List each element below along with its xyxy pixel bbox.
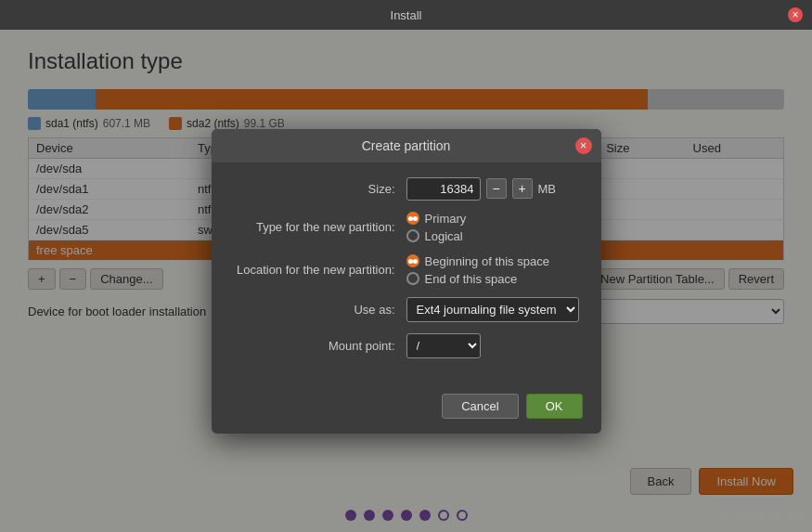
use-as-select[interactable]: Ext4 journaling file system	[406, 297, 579, 322]
radio-logical-circle	[406, 229, 419, 242]
size-label: Size:	[230, 182, 406, 196]
create-partition-dialog: Create partition × Size: − + MB Type fo	[212, 129, 601, 434]
type-label: Type for the new partition:	[230, 220, 406, 234]
mount-point-row: Mount point: /	[230, 333, 583, 358]
dialog-title: Create partition	[362, 138, 451, 153]
dialog-close-button[interactable]: ×	[575, 137, 592, 154]
type-radio-group: Primary Logical	[406, 212, 467, 243]
mount-point-label: Mount point:	[230, 339, 406, 353]
radio-logical[interactable]: Logical	[406, 229, 467, 243]
size-input[interactable]	[406, 177, 481, 201]
ok-button[interactable]: OK	[526, 394, 583, 419]
dialog-footer: Cancel OK	[212, 384, 601, 434]
dialog-body: Size: − + MB Type for the new partition:	[212, 162, 601, 384]
size-plus-button[interactable]: +	[512, 178, 533, 199]
size-unit: MB	[538, 182, 557, 196]
use-as-control: Ext4 journaling file system	[406, 297, 583, 322]
size-row: Size: − + MB	[230, 177, 583, 201]
type-control: Primary Logical	[406, 212, 583, 243]
radio-primary-label: Primary	[425, 212, 467, 226]
location-row: Location for the new partition: Beginnin…	[230, 254, 583, 286]
radio-end-circle	[406, 272, 419, 285]
dialog-overlay: Create partition × Size: − + MB Type fo	[0, 30, 812, 532]
radio-beginning[interactable]: Beginning of this space	[406, 254, 549, 268]
size-control: − + MB	[406, 177, 583, 201]
use-as-label: Use as:	[230, 303, 406, 317]
title-bar: Install	[0, 0, 812, 30]
window-close-button[interactable]	[788, 7, 803, 22]
cancel-button[interactable]: Cancel	[442, 394, 518, 419]
use-as-row: Use as: Ext4 journaling file system	[230, 297, 583, 322]
radio-beginning-label: Beginning of this space	[425, 254, 549, 268]
radio-primary[interactable]: Primary	[406, 212, 467, 226]
dialog-header: Create partition ×	[212, 129, 601, 162]
location-label: Location for the new partition:	[230, 263, 406, 277]
radio-logical-label: Logical	[425, 229, 463, 243]
radio-beginning-circle	[406, 254, 419, 267]
type-row: Type for the new partition: Primary	[230, 212, 583, 243]
location-control: Beginning of this space End of this spac…	[406, 254, 583, 286]
size-minus-button[interactable]: −	[486, 178, 507, 199]
radio-end-label: End of this space	[425, 272, 518, 286]
mount-point-control: /	[406, 333, 583, 358]
title-bar-title: Install	[391, 8, 422, 22]
main-area: Installation type sda1 (ntfs) 607.1 MB s…	[0, 30, 812, 532]
location-radio-group: Beginning of this space End of this spac…	[406, 254, 549, 286]
radio-primary-circle	[406, 212, 419, 225]
mount-point-select[interactable]: /	[406, 333, 481, 358]
radio-end[interactable]: End of this space	[406, 272, 549, 286]
